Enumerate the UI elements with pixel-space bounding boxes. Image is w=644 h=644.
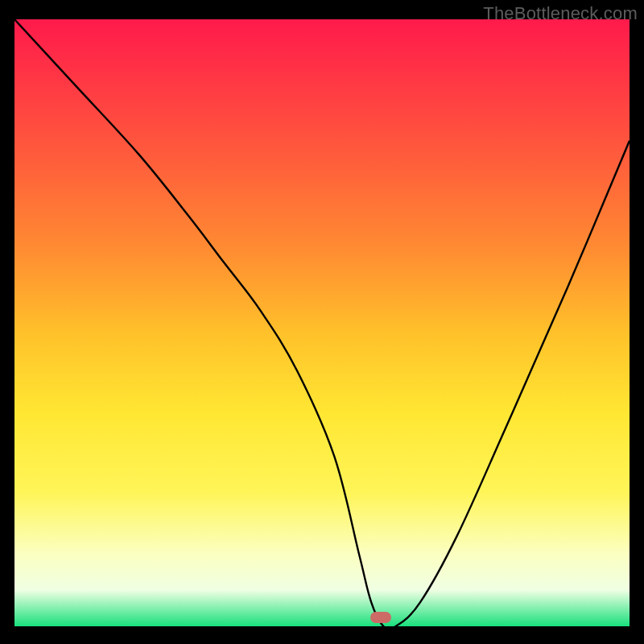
bottleneck-chart [14, 19, 630, 626]
gradient-background [14, 19, 630, 626]
chart-svg [14, 19, 630, 626]
watermark-label: TheBottleneck.com [483, 3, 638, 24]
optimal-marker [370, 612, 391, 623]
